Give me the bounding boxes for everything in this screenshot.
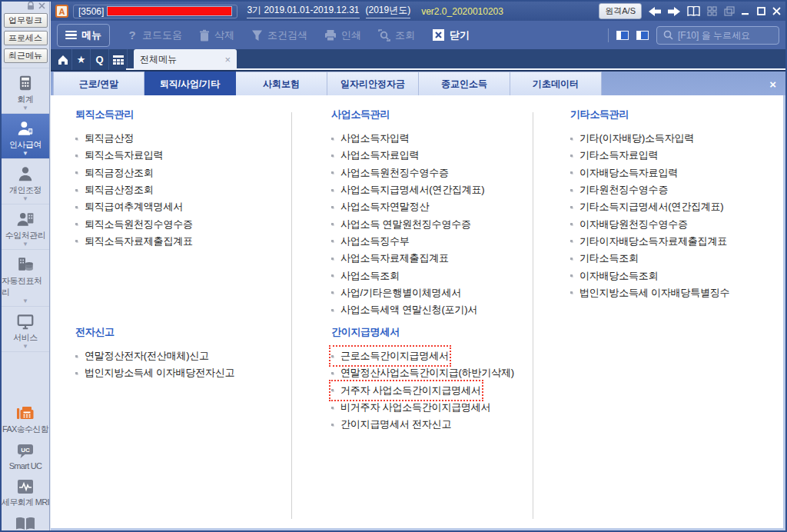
menu-item[interactable]: 퇴직소득자료제출집계표 — [75, 233, 193, 250]
menu-item[interactable]: 비거주자 사업소득간이지급명세서 — [331, 399, 490, 416]
menu-item[interactable]: 사업/기타은행별이체명세서 — [331, 284, 461, 301]
menu-item[interactable]: 사업소득자연말정산 — [331, 198, 429, 215]
sidebar-item-tax-mri[interactable]: 세무회계 MRI — [2, 474, 49, 512]
tab-job-stability-fund[interactable]: 일자리안정자금 — [327, 71, 419, 95]
tab-social-insurance[interactable]: 사회보험 — [236, 71, 327, 95]
menu-item[interactable]: 간이지급명세서 전자신고 — [331, 416, 451, 433]
menu-item[interactable]: 퇴직소득원천징수영수증 — [75, 215, 193, 232]
menu-item[interactable]: 사업소득 연말원천징수영수증 — [331, 215, 471, 232]
sidebar-item-knowledge[interactable]: 지식서비스 — [5, 512, 45, 532]
close-icon[interactable] — [38, 2, 45, 9]
search-box[interactable] — [656, 26, 779, 45]
tab-work-yearend[interactable]: 근로/연말 — [53, 71, 144, 95]
bullet-icon — [75, 189, 78, 191]
app-window: 업무링크 프로세스 최근메뉴 회계 ▼ 인사급여 ▼ 개인조정 ▼ 수임처 — [0, 0, 787, 532]
menu-item[interactable]: 퇴직급여추계액명세서 — [75, 198, 183, 215]
home-icon[interactable] — [54, 49, 72, 70]
minimize-icon[interactable] — [742, 7, 750, 15]
printer-icon — [324, 29, 337, 42]
section-retirement-income: 퇴직소득관리 퇴직금산정퇴직소득자료입력퇴직금정산조회퇴직금산정조회퇴직급여추계… — [75, 108, 193, 250]
sidebar-item-client-mgmt[interactable]: 수임처관리 ▼ — [2, 204, 49, 250]
menu-item[interactable]: 사업소득조회 — [331, 267, 400, 284]
split-view-icon[interactable] — [687, 6, 700, 16]
star-icon[interactable]: ★ — [72, 49, 91, 70]
menu-item[interactable]: 퇴직소득자료입력 — [75, 147, 163, 164]
menu-item[interactable]: 이자배당소득조회 — [570, 267, 658, 284]
menu-grid-icon[interactable] — [109, 49, 128, 70]
close-tab-button[interactable]: 닫기 — [432, 28, 470, 42]
sidebar-header — [2, 2, 49, 10]
condition-search-button[interactable]: 조건검색 — [251, 28, 307, 42]
sidebar-item-auto-voucher[interactable]: 자동전표처리 ▼ — [2, 250, 49, 307]
menu-item[interactable]: 사업소득징수부 — [331, 233, 410, 250]
menu-item[interactable]: 법인지방소득세 이자배당전자신고 — [75, 364, 234, 381]
back-arrow-icon[interactable] — [649, 7, 661, 16]
tab-basic-data[interactable]: 기초데이터 — [510, 71, 602, 95]
menu-item[interactable]: 이자배당원천징수영수증 — [570, 215, 688, 232]
close-window-icon[interactable] — [772, 7, 781, 15]
maximize-icon[interactable] — [757, 7, 765, 15]
sidebar-item-hr-payroll[interactable]: 인사급여 ▼ — [2, 114, 49, 159]
menu-item[interactable]: 기타소득지급명세서(연간집계표) — [570, 198, 723, 215]
close-icon[interactable]: × — [769, 78, 776, 91]
tab-religious-income[interactable]: 종교인소득 — [419, 71, 510, 95]
menu-item[interactable]: 이자배당소득자료입력 — [570, 165, 678, 181]
menu-item[interactable]: 법인지방소득세 이자배당특별징수 — [570, 284, 729, 301]
uc-bubble-icon: UC — [15, 443, 35, 460]
menu-item[interactable]: 사업소득원천징수영수증 — [331, 165, 449, 181]
sidebar-item-service[interactable]: 서비스 ▼ — [2, 307, 49, 352]
sidebar: 업무링크 프로세스 최근메뉴 회계 ▼ 인사급여 ▼ 개인조정 ▼ 수임처 — [2, 2, 50, 530]
menu-item[interactable]: 사업소득자료입력 — [331, 147, 419, 164]
forward-arrow-icon[interactable] — [668, 7, 680, 16]
menu-item-label: 퇴직소득원천징수영수증 — [85, 218, 193, 231]
menu-item[interactable]: 연말정산사업소득간이지급(하반기삭제) — [331, 364, 514, 381]
close-icon[interactable]: × — [224, 54, 231, 65]
bullet-icon — [331, 355, 334, 357]
sidebar-item-accounting[interactable]: 회계 ▼ — [2, 68, 49, 114]
menu-item[interactable]: 기타(이자배당)소득자입력 — [570, 130, 694, 147]
print-button[interactable]: 인쇄 — [324, 28, 361, 42]
menu-item[interactable]: 연말정산전자(전산매체)신고 — [75, 347, 209, 364]
bullet-icon — [331, 138, 334, 140]
quick-search-icon[interactable]: Q — [91, 49, 109, 70]
menu-item-label: 이자배당소득조회 — [579, 269, 658, 283]
year-label[interactable]: (2019년도) — [366, 4, 411, 18]
menu-button[interactable]: 메뉴 — [57, 24, 110, 47]
sidebar-item-label: 인사급여 — [9, 139, 42, 151]
menu-item[interactable]: 퇴직금정산조회 — [75, 165, 154, 181]
menu-item[interactable]: 기타소득자료입력 — [570, 147, 658, 164]
menu-item[interactable]: 사업소득자료제출집계표 — [331, 250, 449, 267]
tile-windows-icon[interactable] — [707, 6, 717, 16]
inquiry-button[interactable]: 조회 — [378, 28, 415, 42]
action-label: 삭제 — [214, 28, 234, 42]
search-input[interactable] — [678, 30, 772, 41]
menu-item[interactable]: 사업소득세액 연말신청(포기)서 — [331, 301, 477, 318]
document-tab-allmenu[interactable]: 전체메뉴 × — [134, 49, 237, 70]
sidebar-item-fax[interactable]: FAX송수신함 — [2, 400, 48, 439]
menu-item[interactable]: 사업소득자입력 — [331, 130, 410, 147]
menu-item[interactable]: 거주자 사업소득간이지급명세서 — [331, 382, 481, 399]
recent-menu-button[interactable]: 최근메뉴 — [4, 48, 48, 63]
menu-item[interactable]: 기타소득조회 — [570, 250, 639, 267]
layout-panel-icon[interactable] — [636, 31, 649, 40]
bullet-icon — [570, 189, 573, 191]
menu-item[interactable]: 퇴직금산정조회 — [75, 181, 154, 198]
menu-item[interactable]: 사업소득지급명세서(연간집계표) — [331, 181, 484, 198]
period-text[interactable]: 3기 2019.01.01-2019.12.31 — [247, 4, 359, 18]
cascade-windows-icon[interactable] — [724, 6, 735, 16]
menu-item[interactable]: 기타이자배당소득자료제출집계표 — [570, 233, 727, 250]
menu-item[interactable]: 근로소득간이지급명세서 — [331, 347, 449, 364]
delete-button[interactable]: 삭제 — [199, 28, 234, 42]
tab-retire-business-other[interactable]: 퇴직/사업/기타 — [144, 71, 236, 95]
bullet-icon — [331, 389, 334, 391]
sidebar-item-smart-uc[interactable]: UC Smart UC — [9, 439, 42, 474]
menu-item[interactable]: 기타원천징수영수증 — [570, 181, 668, 198]
layout-panel-icon[interactable] — [616, 31, 629, 40]
worklink-button[interactable]: 업무링크 — [4, 13, 48, 28]
sidebar-item-personal-adjust[interactable]: 개인조정 ▼ — [2, 159, 49, 204]
sidebar-item-label: Smart UC — [9, 461, 42, 470]
process-button[interactable]: 프로세스 — [4, 31, 48, 45]
code-help-button[interactable]: ? 코드도움 — [127, 28, 182, 42]
menu-item[interactable]: 퇴직금산정 — [75, 130, 134, 147]
remote-as-button[interactable]: 원격A/S — [599, 3, 642, 19]
